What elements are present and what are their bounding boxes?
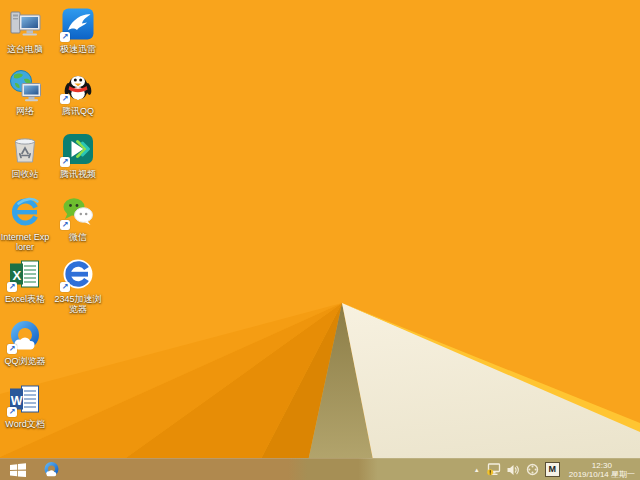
desktop-icon-excel[interactable]: X ↗ Excel表格: [0, 257, 50, 304]
desktop-icon-label: Word文档: [0, 419, 50, 429]
desktop-icon-wechat[interactable]: ↗ 微信: [53, 195, 103, 242]
recycle-bin-icon: [8, 132, 42, 166]
taskbar-qq-browser-button[interactable]: [36, 459, 66, 480]
taskbar-clock[interactable]: 12:30 2019/10/14 星期一: [563, 461, 640, 479]
shortcut-arrow-icon: ↗: [7, 407, 17, 417]
system-tray: ▲: [470, 459, 640, 480]
qq-browser-icon: ↗: [8, 319, 42, 353]
qq-penguin-icon: ↗: [61, 69, 95, 103]
desktop-icon-label: 腾讯视频: [53, 169, 103, 179]
desktop: 这台电脑 ↗ 极速迅雷: [0, 0, 640, 480]
desktop-icon-tencent-video[interactable]: ↗ 腾讯视频: [53, 132, 103, 179]
desktop-icon-tencent-qq[interactable]: ↗ 腾讯QQ: [53, 69, 103, 116]
input-method-label: M: [545, 462, 560, 477]
show-hidden-icons-button[interactable]: ▲: [470, 459, 484, 480]
windows-logo-icon: [10, 463, 26, 477]
svg-text:X: X: [13, 268, 22, 283]
wechat-icon: ↗: [61, 195, 95, 229]
shortcut-arrow-icon: ↗: [7, 344, 17, 354]
clock-date: 2019/10/14 星期一: [569, 470, 635, 479]
tencent-video-icon: ↗: [61, 132, 95, 166]
network-icon: [8, 69, 42, 103]
desktop-icon-internet-explorer[interactable]: Internet Explorer: [0, 195, 50, 252]
desktop-icon-label: 极速迅雷: [53, 44, 103, 54]
clock-time: 12:30: [569, 461, 635, 470]
taskbar: ▲: [0, 458, 640, 480]
desktop-icon-qq-browser[interactable]: ↗ QQ浏览器: [0, 319, 50, 366]
desktop-icon-2345-browser[interactable]: ↗ 2345加速浏览器: [53, 257, 103, 314]
desktop-icon-network[interactable]: 网络: [0, 69, 50, 116]
volume-icon[interactable]: [504, 459, 523, 480]
excel-icon: X ↗: [8, 257, 42, 291]
shortcut-arrow-icon: ↗: [60, 220, 70, 230]
desktop-icon-label: QQ浏览器: [0, 356, 50, 366]
desktop-icon-label: 这台电脑: [0, 44, 50, 54]
internet-explorer-icon: [8, 195, 42, 229]
desktop-icon-this-pc[interactable]: 这台电脑: [0, 7, 50, 54]
desktop-icon-word[interactable]: W ↗ Word文档: [0, 382, 50, 429]
xunlei-icon: ↗: [61, 7, 95, 41]
desktop-icon-label: 回收站: [0, 169, 50, 179]
utility-tray-icon[interactable]: [523, 459, 542, 480]
shortcut-arrow-icon: ↗: [7, 282, 17, 292]
svg-text:W: W: [11, 394, 23, 408]
desktop-icon-label: Internet Explorer: [0, 232, 50, 252]
network-status-icon[interactable]: [484, 459, 504, 480]
desktop-icon-recycle-bin[interactable]: 回收站: [0, 132, 50, 179]
shortcut-arrow-icon: ↗: [60, 157, 70, 167]
start-button[interactable]: [0, 459, 36, 480]
input-method-indicator[interactable]: M: [542, 459, 563, 480]
2345-browser-icon: ↗: [61, 257, 95, 291]
shortcut-arrow-icon: ↗: [60, 282, 70, 292]
desktop-icon-label: 腾讯QQ: [53, 106, 103, 116]
shortcut-arrow-icon: ↗: [60, 32, 70, 42]
desktop-icon-xunlei[interactable]: ↗ 极速迅雷: [53, 7, 103, 54]
desktop-icon-label: 网络: [0, 106, 50, 116]
desktop-icon-label: Excel表格: [0, 294, 50, 304]
desktop-icon-label: 微信: [53, 232, 103, 242]
this-pc-icon: [8, 7, 42, 41]
desktop-icon-label: 2345加速浏览器: [53, 294, 103, 314]
shortcut-arrow-icon: ↗: [60, 94, 70, 104]
qq-browser-icon: [43, 461, 60, 478]
word-icon: W ↗: [8, 382, 42, 416]
